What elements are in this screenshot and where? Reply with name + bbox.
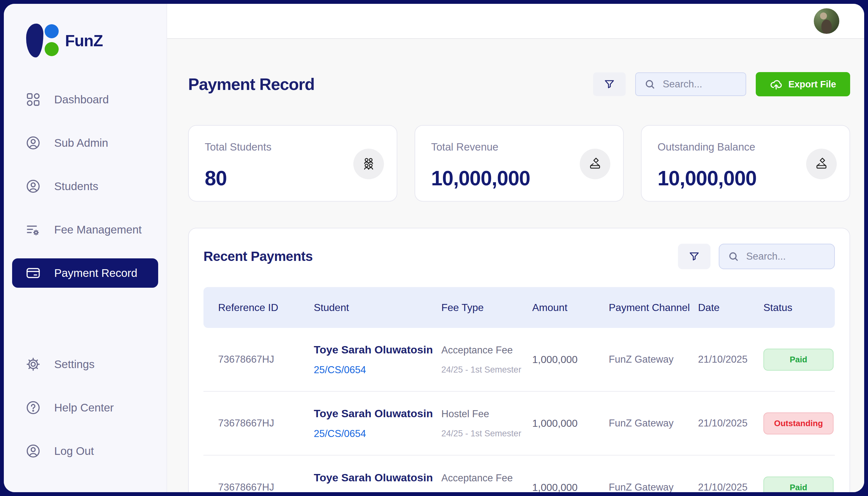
sidebar: FunZ Dashboard Sub Admin Students Fee Ma…	[4, 4, 167, 492]
table-row: 73678667HJ Toye Sarah Oluwatosin 25/CS/0…	[203, 392, 835, 455]
stat-label: Total Revenue	[431, 141, 607, 153]
table-row: 73678667HJ Toye Sarah Oluwatosin 25/CS/0…	[203, 455, 835, 492]
gear-icon	[26, 357, 41, 372]
amount: 1,000,000	[532, 354, 609, 366]
page-title: Payment Record	[188, 75, 314, 94]
header-search	[635, 73, 746, 96]
credit-card-icon	[26, 265, 41, 281]
reference-id: 73678667HJ	[218, 354, 314, 365]
app-window: FunZ Dashboard Sub Admin Students Fee Ma…	[0, 0, 868, 496]
stat-icon-circle	[806, 149, 837, 179]
column-header-date: Date	[698, 302, 763, 313]
sidebar-item-label: Log Out	[54, 445, 94, 458]
panel-header: Recent Payments	[203, 244, 835, 269]
table-row: 73678667HJ Toye Sarah Oluwatosin 25/CS/0…	[203, 328, 835, 392]
user-circle-icon	[26, 179, 41, 194]
sidebar-item-dashboard[interactable]: Dashboard	[12, 85, 158, 114]
fee-cell: Acceptance Fee 24/25 - 1st Semester	[441, 472, 532, 493]
table-search-input[interactable]	[746, 251, 826, 262]
status-badge: Paid	[763, 348, 834, 371]
table-search	[719, 244, 835, 269]
panel-title: Recent Payments	[203, 249, 313, 264]
student-cell: Toye Sarah Oluwatosin 25/CS/0654	[314, 407, 441, 439]
column-header-amount: Amount	[532, 302, 609, 313]
recent-payments-panel: Recent Payments Reference ID Stud	[188, 228, 850, 492]
logout-user-icon	[26, 444, 41, 459]
logo-green-dot	[45, 42, 59, 56]
fee-type: Hostel Fee	[441, 408, 532, 420]
logo-leaf-shape	[26, 24, 43, 58]
payment-date: 21/10/2025	[698, 418, 763, 429]
sidebar-item-settings[interactable]: Settings	[12, 350, 158, 379]
stats-row: Total Students 80 Total Revenue 10,000,0…	[188, 125, 850, 202]
fee-session: 24/25 - 1st Semester	[441, 365, 532, 375]
column-header-reference-id: Reference ID	[218, 302, 314, 313]
user-avatar[interactable]	[814, 8, 839, 34]
sidebar-item-help-center[interactable]: Help Center	[12, 393, 158, 422]
fee-type: Acceptance Fee	[441, 472, 532, 484]
payment-date: 21/10/2025	[698, 354, 763, 365]
table-filter-button[interactable]	[678, 244, 710, 269]
student-cell: Toye Sarah Oluwatosin 25/CS/0654	[314, 471, 441, 493]
payment-channel: FunZ Gateway	[609, 482, 698, 492]
header-controls: Export File	[593, 72, 850, 96]
topbar	[167, 4, 864, 39]
export-file-button[interactable]: Export File	[756, 72, 850, 96]
amount: 1,000,000	[532, 482, 609, 493]
fee-management-icon	[26, 222, 41, 237]
sidebar-item-fee-management[interactable]: Fee Management	[12, 215, 158, 244]
filter-button[interactable]	[593, 73, 626, 96]
payment-channel: FunZ Gateway	[609, 354, 698, 365]
status-cell: Outstanding	[763, 413, 835, 434]
student-id-link[interactable]: 25/CS/0654	[314, 492, 441, 493]
sidebar-item-students[interactable]: Students	[12, 172, 158, 201]
search-input[interactable]	[663, 78, 737, 90]
sidebar-item-label: Payment Record	[54, 267, 138, 279]
fee-session: 24/25 - 1st Semester	[441, 429, 532, 438]
cloud-upload-icon	[770, 78, 783, 91]
stat-card-total-students: Total Students 80	[188, 125, 397, 202]
table-header: Reference ID Student Fee Type Amount Pay…	[203, 287, 835, 328]
filter-icon	[603, 78, 615, 90]
user-circle-icon	[26, 135, 41, 151]
brand-logo: FunZ	[12, 22, 158, 60]
deposit-icon	[814, 157, 829, 171]
page-header: Payment Record Export File	[188, 72, 850, 96]
column-header-fee-type: Fee Type	[441, 302, 532, 313]
fee-cell: Hostel Fee 24/25 - 1st Semester	[441, 408, 532, 438]
stat-card-total-revenue: Total Revenue 10,000,000	[414, 125, 624, 202]
deposit-icon	[588, 157, 602, 171]
stat-icon-circle	[580, 149, 610, 179]
sidebar-item-label: Fee Management	[54, 223, 142, 236]
fee-type: Acceptance Fee	[441, 344, 532, 356]
nav-spacer	[12, 302, 158, 350]
main-area: Payment Record Export File	[167, 4, 864, 492]
status-badge: Outstanding	[763, 413, 834, 434]
student-name: Toye Sarah Oluwatosin	[314, 471, 441, 484]
search-icon	[644, 78, 656, 90]
status-cell: Paid	[763, 477, 835, 493]
student-id-link[interactable]: 25/CS/0654	[314, 428, 441, 439]
column-header-student: Student	[314, 302, 441, 313]
reference-id: 73678667HJ	[218, 482, 314, 492]
sidebar-item-label: Sub Admin	[54, 137, 108, 149]
stat-label: Outstanding Balance	[658, 141, 834, 153]
sidebar-item-payment-record[interactable]: Payment Record	[12, 258, 158, 288]
sidebar-item-label: Settings	[54, 358, 94, 371]
sidebar-item-label: Dashboard	[54, 93, 109, 106]
stat-card-outstanding-balance: Outstanding Balance 10,000,000	[641, 125, 850, 202]
fee-cell: Acceptance Fee 24/25 - 1st Semester	[441, 344, 532, 375]
sidebar-item-log-out[interactable]: Log Out	[12, 436, 158, 466]
student-cell: Toye Sarah Oluwatosin 25/CS/0654	[314, 343, 441, 376]
sidebar-item-sub-admin[interactable]: Sub Admin	[12, 128, 158, 158]
stat-label: Total Students	[205, 141, 381, 153]
column-header-status: Status	[763, 302, 835, 313]
logo-mark-icon	[26, 23, 59, 59]
users-group-icon	[361, 157, 376, 171]
sidebar-nav: Dashboard Sub Admin Students Fee Managem…	[12, 85, 158, 480]
logo-blue-dot	[45, 24, 59, 38]
export-file-label: Export File	[788, 79, 836, 90]
student-id-link[interactable]: 25/CS/0654	[314, 364, 441, 376]
content-area: Payment Record Export File	[167, 39, 864, 492]
stat-icon-circle	[353, 149, 384, 179]
